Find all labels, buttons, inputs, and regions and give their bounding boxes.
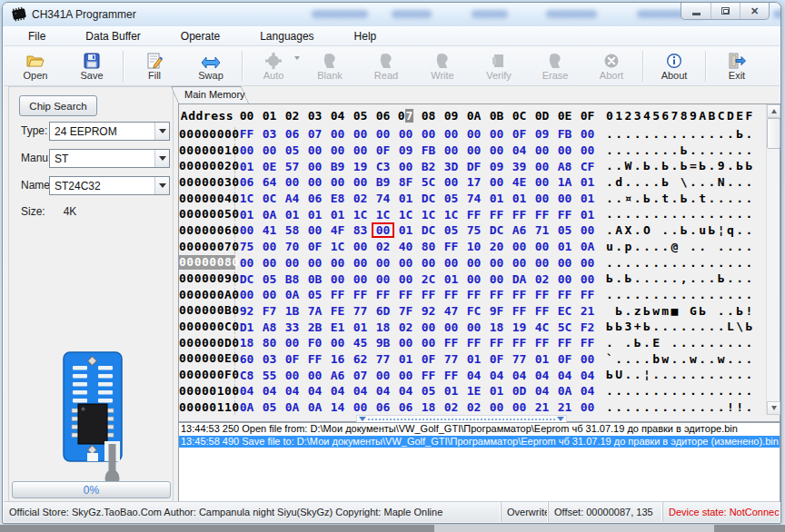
hex-byte[interactable]: DA [508,271,531,287]
hex-byte[interactable]: 16 [326,351,349,367]
hex-byte[interactable]: E1 [326,320,349,335]
hex-byte[interactable]: 04 [485,368,508,383]
hex-byte[interactable]: D1 [235,320,258,335]
hex-byte[interactable]: 18 [235,335,258,350]
hex-byte[interactable]: FF [235,126,258,142]
hex-byte[interactable]: 04 [531,383,553,399]
tab-main-memory[interactable]: Main Memory [178,86,249,103]
hex-byte[interactable]: 05 [303,287,326,302]
hex-byte[interactable]: 71 [531,222,553,238]
log-line[interactable]: 13:44:53 250 Open file from: D:\Мои доку… [179,423,780,436]
hex-byte[interactable]: FF [462,207,485,222]
hex-byte[interactable]: 04 [372,383,394,399]
hex-byte[interactable]: 05 [258,399,281,415]
hex-byte[interactable]: 09 [485,159,508,174]
hex-byte[interactable]: 18 [485,320,508,335]
hex-byte[interactable]: 0B [303,271,326,287]
hex-byte[interactable]: FF [394,287,417,302]
hex-byte[interactable]: 00 [303,222,326,238]
hex-byte[interactable]: 00 [576,255,599,271]
hex-byte[interactable]: 01 [508,191,531,206]
hex-byte[interactable]: 05 [258,271,281,287]
menu-help[interactable]: Help [341,27,391,45]
hex-byte[interactable]: 00 [508,399,531,415]
hex-byte[interactable]: 00 [417,255,440,271]
hex-byte[interactable]: FF [576,287,599,302]
hex-byte[interactable]: 14 [326,399,349,415]
hex-byte[interactable]: 00 [462,126,485,142]
close-button[interactable]: ✕ [740,3,769,19]
hex-byte[interactable]: 09 [394,143,417,158]
hex-byte[interactable]: 00 [440,174,462,190]
hex-byte[interactable]: 00 [553,271,576,287]
hex-byte[interactable]: 9B [372,335,394,350]
hex-byte[interactable]: 06 [235,174,258,190]
hex-byte[interactable]: 01 [440,383,462,399]
hex-byte[interactable]: 09 [531,126,553,142]
hex-byte[interactable]: FF [440,368,462,383]
hex-byte[interactable]: 80 [258,335,281,350]
hex-byte[interactable]: 06 [281,126,303,142]
hex-byte[interactable]: 00 [235,143,258,158]
hex-byte[interactable]: 01 [440,271,462,287]
hex-byte[interactable]: 00 [394,126,417,142]
hex-byte[interactable]: 00 [417,320,440,335]
hex-byte[interactable]: 00 [394,335,417,350]
hex-byte[interactable]: 05 [440,191,462,206]
hex-byte[interactable]: 00 [462,143,485,158]
hex-byte[interactable]: 2C [417,271,440,287]
hex-byte[interactable]: 00 [258,255,281,271]
hex-byte[interactable]: 0F [553,351,576,367]
hex-byte[interactable]: 00 [235,287,258,302]
hex-byte[interactable]: 57 [281,159,303,174]
hex-byte[interactable]: FF [508,207,531,222]
ascii-cell[interactable]: ..W.Ь.Ь.Ь=Ь.9.ЬЬ [606,158,755,174]
hex-byte[interactable]: 00 [349,255,372,271]
hex-byte[interactable]: 00 [281,174,303,190]
hex-byte[interactable]: 8F [394,174,417,190]
hex-byte[interactable]: 00 [417,335,440,350]
hex-byte[interactable]: 00 [349,239,372,254]
hex-byte[interactable]: 07 [349,368,372,383]
hex-byte[interactable]: 00 [303,143,326,158]
hex-byte[interactable]: 01 [462,351,485,367]
hex-byte[interactable]: FF [349,287,372,302]
hex-byte[interactable]: FF [417,287,440,302]
hex-byte[interactable]: 10 [462,239,485,254]
hex-byte[interactable]: 05 [281,143,303,158]
ascii-cell[interactable]: ЬU..¦........... [606,367,755,383]
hex-byte[interactable]: 01 [303,207,326,222]
hex-byte[interactable]: A6 [326,368,349,383]
hex-byte[interactable]: B2 [417,159,440,174]
swap-button[interactable]: Swap [183,48,239,84]
hex-byte[interactable]: CF [576,159,599,174]
hex-byte[interactable]: C3 [372,159,394,174]
hex-byte[interactable]: FF [372,287,394,302]
hex-byte[interactable]: 77 [349,303,372,319]
hex-byte[interactable]: FF [462,287,485,302]
hex-byte[interactable]: 83 [349,222,372,238]
hex-byte[interactable]: 00 [258,239,281,254]
hex-byte[interactable]: 00 [303,159,326,174]
hex-byte[interactable]: 00 [349,399,372,415]
ascii-cell[interactable]: ..¤.Ь.t.Ь.t..... [606,191,755,207]
hex-byte[interactable]: 7A [303,303,326,319]
ascii-cell[interactable]: Ь.Ь.....,...Ь... [606,271,755,287]
hex-byte[interactable]: 00 [372,126,394,142]
hex-byte[interactable]: 02 [440,399,462,415]
hex-byte[interactable]: 03 [258,351,281,367]
hex-byte[interactable]: 0F [281,351,303,367]
hex-byte[interactable]: EC [553,303,576,319]
hex-byte[interactable]: 00 [576,126,599,142]
hex-byte[interactable]: 00 [326,271,349,287]
hex-byte[interactable]: FF [553,335,576,350]
hex-byte[interactable]: 75 [462,222,485,238]
hex-byte[interactable]: 00 [553,255,576,271]
hex-byte[interactable]: 04 [531,368,553,383]
hex-byte[interactable]: 00 [485,399,508,415]
hex-byte[interactable]: B8 [281,271,303,287]
hex-byte[interactable]: 00 [553,143,576,158]
hex-byte[interactable]: 00 [485,255,508,271]
hex-byte[interactable]: A8 [553,159,576,174]
hex-byte[interactable]: 0A [576,239,599,254]
